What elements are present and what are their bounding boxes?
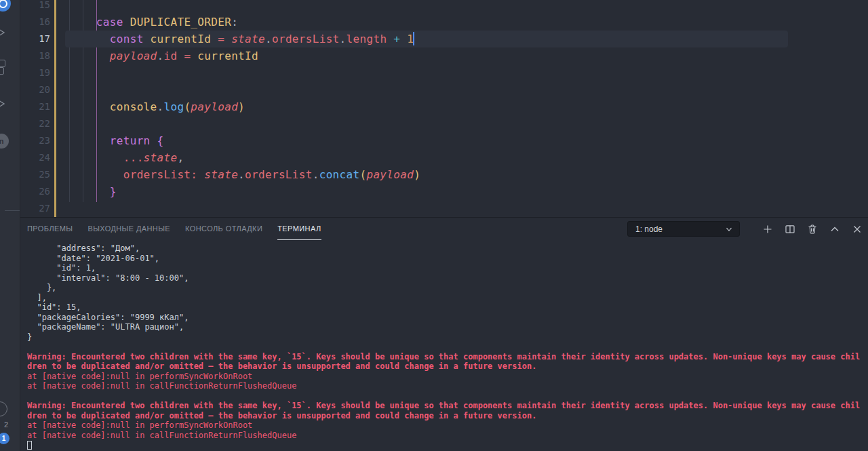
terminal-row: dren to be duplicated and/or omitted — t…	[27, 411, 868, 421]
panel-header: ПРОБЛЕМЫВЫХОДНЫЕ ДАННЫЕКОНСОЛЬ ОТЛАДКИТЕ…	[20, 218, 868, 240]
line-number: 25	[20, 166, 50, 183]
line-number: 18	[20, 47, 50, 64]
code-editor[interactable]: 1516 case DUPLICATE_ORDER:17 const curre…	[20, 0, 868, 217]
code-line[interactable]: 18 payload.id = currentId	[20, 47, 868, 64]
close-panel-icon[interactable]	[852, 224, 863, 235]
clock-ring-icon[interactable]	[0, 401, 7, 416]
code-line[interactable]: 15	[20, 0, 868, 14]
terminal-row: at [native code]:null in callFunctionRet…	[27, 381, 868, 391]
terminal-row: }	[27, 332, 868, 342]
dock-strip: n 2 1	[0, 0, 20, 451]
terminal-row: "interval": "8:00 - 10:00",	[27, 273, 868, 283]
code-line[interactable]: 25 ordersList: state.ordersList.concat(p…	[20, 166, 868, 183]
panel-tab-inactive[interactable]: ПРОБЛЕМЫ	[27, 218, 73, 240]
notification-badge-icon[interactable]	[0, 0, 11, 12]
terminal-row	[27, 391, 868, 401]
terminal-row: },	[27, 283, 868, 293]
terminal-row: dren to be duplicated and/or omitted — t…	[27, 361, 868, 372]
chevron-right-icon[interactable]	[0, 98, 7, 109]
terminal-row: "id": 15,	[27, 302, 868, 313]
code-text: ...state,	[69, 149, 184, 166]
terminal-row: Warning: Encountered two children with t…	[27, 401, 868, 411]
code-line-current[interactable]: 17 const currentId = state.ordersList.le…	[20, 31, 868, 47]
kill-terminal-trash-icon[interactable]	[807, 224, 818, 235]
code-line[interactable]: 22	[20, 115, 868, 132]
terminal-row: "date": "2021-06-01",	[27, 254, 868, 264]
avatar-circle-icon[interactable]: n	[0, 134, 9, 149]
panel-tab-inactive[interactable]: КОНСОЛЬ ОТЛАДКИ	[185, 218, 262, 240]
code-line[interactable]: 20	[20, 81, 868, 98]
strip-count-label: 2	[4, 420, 8, 429]
terminal-picker-dropdown[interactable]: 1: node	[627, 221, 740, 237]
terminal-picker-value: 1: node	[635, 224, 724, 234]
code-line[interactable]: 19	[20, 64, 868, 81]
split-terminal-icon[interactable]	[785, 224, 795, 235]
code-line[interactable]: 16 case DUPLICATE_ORDER:	[20, 14, 868, 31]
panel-tabs: ПРОБЛЕМЫВЫХОДНЫЕ ДАННЫЕКОНСОЛЬ ОТЛАДКИТЕ…	[27, 218, 336, 240]
terminal-cursor-row	[27, 440, 868, 450]
code-text: payload.id = currentId	[69, 47, 258, 64]
terminal-row	[27, 342, 868, 352]
line-number: 24	[20, 149, 50, 166]
text-cursor	[413, 32, 414, 45]
line-number: 22	[20, 115, 50, 132]
chevron-down-icon	[724, 224, 734, 234]
badge-one-icon[interactable]: 1	[0, 433, 9, 444]
overlap-squares-icon[interactable]	[0, 60, 7, 77]
line-number: 26	[20, 183, 50, 200]
new-terminal-plus-icon[interactable]	[762, 224, 773, 235]
code-line[interactable]: 23 return {	[20, 132, 868, 149]
code-line[interactable]: 26 }	[20, 183, 868, 200]
code-text: ordersList: state.ordersList.concat(payl…	[69, 166, 420, 183]
terminal-output[interactable]: "address": "Дом", "date": "2021-06-01", …	[20, 240, 868, 451]
code-text: case DUPLICATE_ORDER:	[69, 14, 238, 31]
code-text: }	[69, 183, 117, 200]
code-line[interactable]: 21 console.log(payload)	[20, 98, 868, 115]
terminal-row: "id": 1,	[27, 263, 868, 273]
bottom-panel: ПРОБЛЕМЫВЫХОДНЫЕ ДАННЫЕКОНСОЛЬ ОТЛАДКИТЕ…	[20, 217, 868, 451]
line-number: 15	[20, 0, 50, 14]
strip-separator	[5, 210, 20, 211]
line-number: 27	[20, 200, 50, 217]
terminal-row: ],	[27, 293, 868, 303]
panel-tab-active[interactable]: ТЕРМИНАЛ	[277, 218, 321, 240]
line-number: 20	[20, 81, 50, 98]
terminal-row: Warning: Encountered two children with t…	[27, 352, 868, 362]
terminal-row: at [native code]:null in performSyncWork…	[27, 420, 868, 431]
code-line[interactable]: 27	[20, 200, 868, 217]
editor-lines: 1516 case DUPLICATE_ORDER:17 const curre…	[20, 0, 868, 217]
code-text: console.log(payload)	[69, 98, 245, 115]
terminal-row: "address": "Дом",	[27, 243, 868, 254]
line-number: 19	[20, 64, 50, 81]
line-number: 16	[20, 14, 50, 31]
terminal-cursor	[27, 441, 32, 450]
vscode-window: n 2 1 1516 case DUPLICATE_ORDER:17 const…	[0, 0, 868, 451]
line-number: 23	[20, 132, 50, 149]
code-text: const currentId = state.ordersList.lengt…	[69, 31, 414, 47]
panel-tab-inactive[interactable]: ВЫХОДНЫЕ ДАННЫЕ	[87, 218, 170, 240]
maximize-panel-chevron-up-icon[interactable]	[829, 224, 840, 235]
terminal-row: at [native code]:null in performSyncWork…	[27, 372, 868, 382]
terminal-row: at [native code]:null in callFunctionRet…	[27, 431, 868, 441]
code-text: return {	[69, 132, 164, 149]
line-number: 17	[20, 31, 50, 47]
panel-actions: 1: node	[627, 218, 863, 240]
terminal-row: "packageName": "ULTRA рацион",	[27, 322, 868, 332]
line-number: 21	[20, 98, 50, 115]
code-line[interactable]: 24 ...state,	[20, 149, 868, 166]
chevron-right-icon[interactable]	[0, 27, 7, 38]
terminal-row: "packageCalories": "9999 кКал",	[27, 313, 868, 323]
